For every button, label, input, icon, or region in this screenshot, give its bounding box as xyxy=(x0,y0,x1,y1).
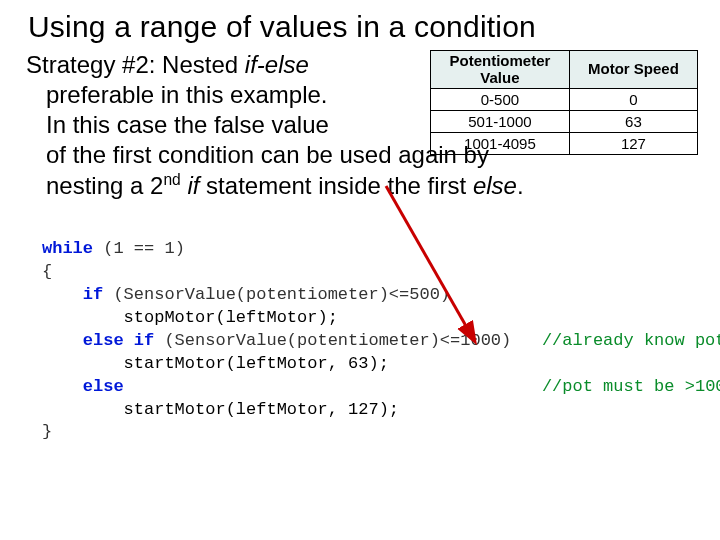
body-text: Strategy #2: Nested if-else preferable i… xyxy=(26,50,700,201)
code-block: while (1 == 1) { if (SensorValue(potenti… xyxy=(42,215,700,444)
slide-title: Using a range of values in a condition xyxy=(0,0,720,50)
content-area: PotentiometerValue Motor Speed 0-500 0 5… xyxy=(0,50,720,444)
